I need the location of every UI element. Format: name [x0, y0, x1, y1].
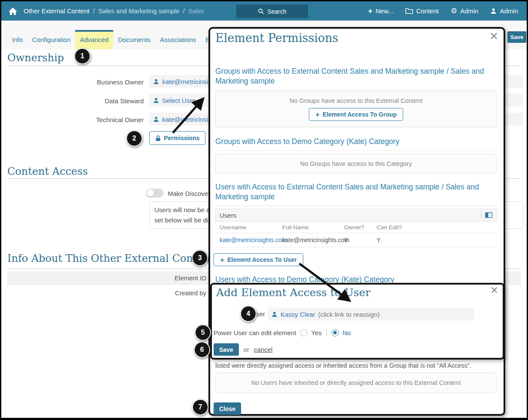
data-steward-label: Data Steward [1, 97, 144, 105]
tab-associations[interactable]: Associations [155, 30, 201, 49]
row-canedit: Y [377, 237, 497, 243]
users-table: Users Username Full Name Owner? Can Edit… [215, 209, 497, 247]
users-table-header: Users [215, 209, 497, 222]
admin-menu-label: Admin [460, 7, 479, 15]
plus-icon: + [220, 256, 224, 264]
breadcrumb-separator: / [93, 7, 95, 15]
modal-title: Element Permissions [215, 31, 338, 45]
add-element-access-modal: Add Element Access to User ✕ User Kassy … [210, 283, 504, 360]
step-7-badge: 7 [192, 399, 208, 415]
radio-no[interactable] [332, 329, 339, 336]
tab-info[interactable]: Info [7, 30, 27, 49]
person-icon [153, 116, 159, 122]
users-access-note: listed were directly assigned access or … [215, 362, 497, 369]
user-icon [490, 8, 497, 14]
plus-icon: + [315, 111, 320, 118]
radio-yes-label[interactable]: Yes [311, 329, 322, 336]
groups-category-empty-text: No Groups have access to this Category [300, 160, 412, 167]
radio-yes[interactable] [300, 329, 308, 336]
data-steward-value[interactable]: Select User [162, 97, 196, 104]
groups-external-heading: Groups with Access to External Content S… [215, 66, 497, 90]
content-menu[interactable]: Content [405, 7, 439, 15]
col-username[interactable]: Username [220, 224, 282, 231]
user-field[interactable]: Kassy Clear (click link to reassign) [268, 308, 474, 321]
users-inherited-empty-box: No Users have inherited or directly assi… [215, 372, 497, 393]
tab-advanced[interactable]: Advanced [75, 30, 113, 49]
breadcrumb-root[interactable]: Other External Content [24, 7, 89, 15]
or-text: or [244, 346, 249, 353]
close-icon[interactable]: ✕ [490, 285, 498, 296]
element-id-label: Element ID [121, 274, 206, 282]
row-owner: Y [344, 237, 377, 243]
save-button[interactable]: Save [507, 31, 526, 43]
groups-external-empty-text: No Groups have access to this External C… [216, 97, 496, 104]
business-owner-label: Business Owner [1, 78, 144, 86]
home-icon[interactable] [8, 7, 18, 15]
columns-icon[interactable] [481, 212, 492, 218]
ownership-section-title: Ownership [7, 52, 64, 64]
close-button[interactable]: Close [214, 402, 241, 415]
radio-no-label[interactable]: No [343, 329, 351, 336]
toggle-knob [147, 189, 154, 197]
content-menu-label: Content [416, 7, 439, 15]
users-table-column-row: Username Full Name Owner? Can Edit? [215, 222, 497, 233]
col-fullname[interactable]: Full Name [282, 224, 344, 231]
element-access-to-user-button[interactable]: + Element Access To User [214, 253, 303, 266]
user-value-link[interactable]: Kassy Clear [281, 311, 315, 318]
element-access-to-group-button[interactable]: + Element Access To Group [309, 108, 403, 121]
user-menu[interactable]: Admin [490, 7, 518, 15]
content-access-section-title: Content Access [7, 165, 88, 177]
new-menu-label: New... [375, 7, 393, 15]
radio-separator: | [326, 328, 327, 337]
step-5-badge: 5 [195, 324, 211, 341]
person-icon [153, 97, 159, 103]
breadcrumb-current: Sales and Marketing sam [188, 7, 204, 15]
element-access-to-group-label: Element Access To Group [323, 111, 397, 118]
users-table-title: Users [220, 212, 236, 219]
permissions-button-label: Permissions [164, 135, 199, 141]
navbar-actions: + New... Content ⚙ Admin Admin [368, 7, 527, 15]
element-access-to-user-label: Element Access To User [227, 256, 297, 263]
user-menu-label: Admin [500, 7, 518, 15]
groups-category-empty-box: No Groups have access to this Category [215, 154, 497, 174]
add-modal-title: Add Element Access to User [216, 286, 371, 299]
make-discoverable-toggle[interactable] [146, 189, 163, 198]
users-external-heading: Users with Access to External Content Sa… [215, 182, 497, 206]
info-about-section-title: Info About This Other External Content [7, 252, 214, 264]
admin-menu[interactable]: ⚙ Admin [451, 7, 479, 15]
search-button[interactable]: Search [236, 5, 308, 18]
row-fullname: kate@metricinsights.com [282, 237, 344, 243]
cancel-link[interactable]: cancel [254, 346, 272, 353]
created-by-label: Created by [121, 289, 206, 297]
person-icon [272, 311, 278, 317]
save-button-modal[interactable]: Save [214, 343, 239, 356]
breadcrumb[interactable]: Other External Content / Sales and Marke… [24, 7, 204, 15]
close-icon[interactable]: ✕ [489, 30, 498, 42]
tab-configuration[interactable]: Configuration [27, 30, 75, 49]
power-user-label: Power User can edit element [214, 329, 296, 336]
lock-icon [155, 135, 161, 141]
step-2-badge: 2 [126, 130, 142, 147]
step-3-badge: 3 [192, 250, 208, 266]
plus-icon: + [368, 7, 373, 15]
app-window: Other External Content / Sales and Marke… [0, 0, 528, 420]
folder-icon [405, 8, 413, 14]
person-icon [153, 78, 159, 84]
permissions-button[interactable]: Permissions [149, 131, 205, 145]
breadcrumb-item[interactable]: Sales and Marketing sample [98, 7, 179, 15]
tab-documents[interactable]: Documents [113, 30, 155, 49]
step-6-badge: 6 [194, 342, 210, 358]
technical-owner-label: Technical Owner [1, 116, 144, 123]
new-menu[interactable]: + New... [368, 7, 393, 15]
search-button-label: Search [267, 8, 286, 15]
step-1-badge: 1 [74, 48, 91, 64]
search-icon [258, 8, 264, 15]
col-canedit[interactable]: Can Edit? [377, 224, 497, 231]
row-username-link[interactable]: kate@metricinsights.com [220, 237, 282, 243]
table-row[interactable]: kate@metricinsights.com kate@metricinsig… [215, 233, 497, 247]
user-reassign-hint: (click link to reassign) [318, 311, 380, 318]
breadcrumb-separator: / [183, 7, 184, 15]
gear-icon: ⚙ [451, 7, 457, 15]
col-owner[interactable]: Owner? [344, 224, 377, 231]
users-inherited-empty-text: No Users have inherited or directly assi… [251, 379, 461, 386]
